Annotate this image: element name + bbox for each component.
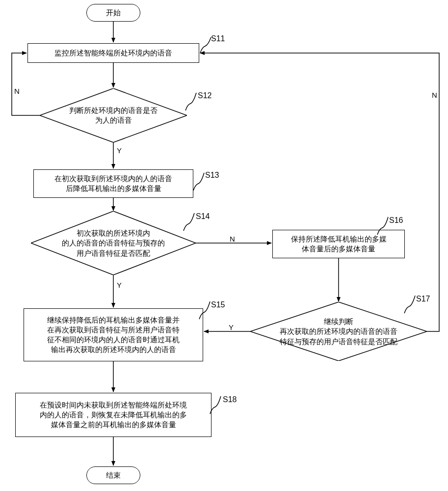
ref-s18: S18 xyxy=(223,395,237,404)
decision-s17: 继续判断再次获取的所述环境内的语音的语音特征与预存的用户语音特征是否匹配 xyxy=(250,302,427,361)
ref-s16: S16 xyxy=(389,216,403,225)
s14-no-label: N xyxy=(230,235,235,243)
process-s16: 保持所述降低耳机输出的多媒体音量后的多媒体音量 xyxy=(272,230,405,258)
process-s18-text: 在预设时间内未获取到所述智能终端所处环境内的人的语音，则恢复在未降低耳机输出的多… xyxy=(40,400,187,430)
ref-s13: S13 xyxy=(205,171,219,180)
s12-yes-label: Y xyxy=(117,146,122,155)
process-s15-text: 继续保持降低后的耳机输出多媒体音量并在再次获取到语音特征与所述用户语音特征不相同… xyxy=(47,315,180,355)
decision-s12-text: 判断所处环境内的语音是否为人的语音 xyxy=(58,106,169,126)
process-s15: 继续保持降低后的耳机输出多媒体音量并在再次获取到语音特征与所述用户语音特征不相同… xyxy=(24,308,203,361)
s17-yes-label: Y xyxy=(229,323,234,331)
process-s11-text: 监控所述智能终端所处环境内的语音 xyxy=(54,48,172,58)
ref-s15: S15 xyxy=(211,300,225,309)
end-label: 结束 xyxy=(106,471,121,480)
process-s11: 监控所述智能终端所处环境内的语音 xyxy=(27,43,199,63)
process-s13: 在初次获取到所述环境内的人的语音后降低耳机输出的多媒体音量 xyxy=(33,169,193,198)
ref-s14: S14 xyxy=(196,212,210,221)
start-terminator: 开始 xyxy=(86,4,140,22)
ref-s11: S11 xyxy=(211,34,225,43)
flowchart-canvas: 开始 监控所述智能终端所处环境内的语音 S11 判断所处环境内的语音是否为人的语… xyxy=(0,0,448,491)
ref-s12: S12 xyxy=(198,91,211,100)
s14-yes-label: Y xyxy=(117,281,122,289)
process-s16-text: 保持所述降低耳机输出的多媒体音量后的多媒体音量 xyxy=(291,234,387,254)
decision-s12: 判断所处环境内的语音是否为人的语音 xyxy=(40,88,187,142)
end-terminator: 结束 xyxy=(86,466,140,484)
s12-no-label: N xyxy=(14,87,20,95)
process-s18: 在预设时间内未获取到所述智能终端所处环境内的人的语音，则恢复在未降低耳机输出的多… xyxy=(15,393,211,437)
decision-s14: 初次获取的所述环境内的人的语音的语音特征与预存的用户语音特征是否匹配 xyxy=(31,211,196,275)
s17-no-label: N xyxy=(432,91,437,99)
decision-s14-text: 初次获取的所述环境内的人的语音的语音特征与预存的用户语音特征是否匹配 xyxy=(55,228,171,258)
process-s13-text: 在初次获取到所述环境内的人的语音后降低耳机输出的多媒体音量 xyxy=(54,174,172,194)
start-label: 开始 xyxy=(106,8,121,18)
decision-s17-text: 继续判断再次获取的所述环境内的语音的语音特征与预存的用户语音特征是否匹配 xyxy=(275,317,402,347)
ref-s17: S17 xyxy=(416,295,430,303)
